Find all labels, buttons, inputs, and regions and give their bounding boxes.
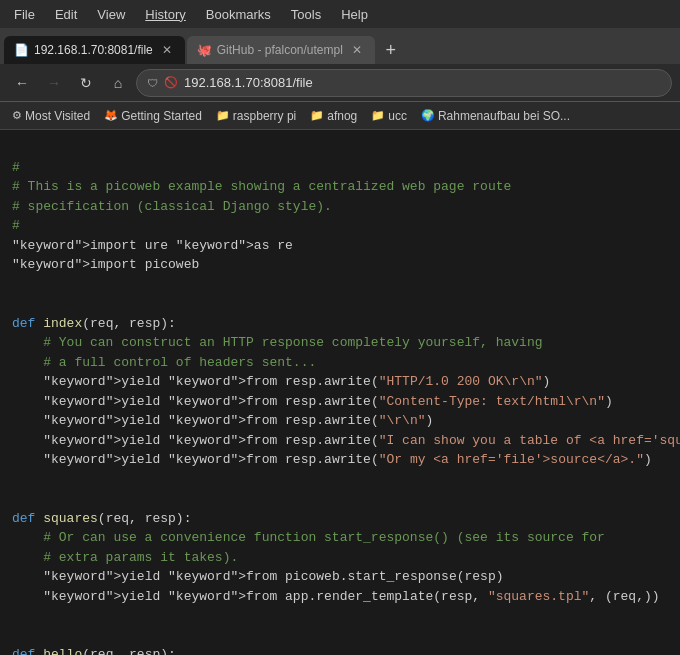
bookmark-raspberry-pi[interactable]: 📁 raspberry pi xyxy=(210,107,302,125)
bookmark-raspberry-pi-label: raspberry pi xyxy=(233,109,296,123)
code-line: "keyword">yield "keyword">from resp.awri… xyxy=(12,450,668,470)
folder-icon-2: 📁 xyxy=(310,109,324,122)
address-bar[interactable]: 🛡 🚫 192.168.1.70:8081/file xyxy=(136,69,672,97)
tab-file[interactable]: 📄 192.168.1.70:8081/file ✕ xyxy=(4,36,185,64)
code-line: def hello(req, resp): xyxy=(12,645,668,655)
code-line xyxy=(12,489,668,509)
new-tab-button[interactable]: + xyxy=(377,36,405,64)
code-line: # You can construct an HTTP response com… xyxy=(12,333,668,353)
code-line: # specification (classical Django style)… xyxy=(12,197,668,217)
back-button[interactable]: ← xyxy=(8,69,36,97)
bookmark-getting-started-label: Getting Started xyxy=(121,109,202,123)
bookmark-ucc-label: ucc xyxy=(388,109,407,123)
tab-github[interactable]: 🐙 GitHub - pfalcon/utempl ✕ xyxy=(187,36,375,64)
bookmarks-bar: ⚙ Most Visited 🦊 Getting Started 📁 raspb… xyxy=(0,102,680,130)
shield-icon: 🛡 xyxy=(147,77,158,89)
tab-bar: 📄 192.168.1.70:8081/file ✕ 🐙 GitHub - pf… xyxy=(0,28,680,64)
menu-history[interactable]: History xyxy=(137,5,193,24)
code-line: "keyword">yield "keyword">from resp.awri… xyxy=(12,411,668,431)
bookmark-most-visited[interactable]: ⚙ Most Visited xyxy=(6,107,96,125)
code-line: "keyword">yield "keyword">from resp.awri… xyxy=(12,372,668,392)
menu-help[interactable]: Help xyxy=(333,5,376,24)
code-line xyxy=(12,626,668,646)
block-icon: 🚫 xyxy=(164,76,178,89)
code-line: "keyword">yield "keyword">from app.rende… xyxy=(12,587,668,607)
world-icon: 🌍 xyxy=(421,109,435,122)
code-line: # This is a picoweb example showing a ce… xyxy=(12,177,668,197)
tab-close-github[interactable]: ✕ xyxy=(349,42,365,58)
bookmark-afnog[interactable]: 📁 afnog xyxy=(304,107,363,125)
gear-icon: ⚙ xyxy=(12,109,22,122)
menu-file[interactable]: File xyxy=(6,5,43,24)
menu-bar: File Edit View History Bookmarks Tools H… xyxy=(0,0,680,28)
tab-favicon-github: 🐙 xyxy=(197,43,211,57)
code-line: # xyxy=(12,158,668,178)
code-line xyxy=(12,606,668,626)
nav-bar: ← → ↻ ⌂ 🛡 🚫 192.168.1.70:8081/file xyxy=(0,64,680,102)
tab-label-file: 192.168.1.70:8081/file xyxy=(34,43,153,57)
code-line: # a full control of headers sent... xyxy=(12,353,668,373)
menu-view[interactable]: View xyxy=(89,5,133,24)
reload-button[interactable]: ↻ xyxy=(72,69,100,97)
code-line: def squares(req, resp): xyxy=(12,509,668,529)
code-line xyxy=(12,470,668,490)
bookmark-rahmenaufbau[interactable]: 🌍 Rahmenaufbau bei SO... xyxy=(415,107,576,125)
code-content: ## This is a picoweb example showing a c… xyxy=(0,130,680,655)
tab-label-github: GitHub - pfalcon/utempl xyxy=(217,43,343,57)
bookmark-getting-started[interactable]: 🦊 Getting Started xyxy=(98,107,208,125)
folder-icon-3: 📁 xyxy=(371,109,385,122)
code-line xyxy=(12,294,668,314)
code-line: def index(req, resp): xyxy=(12,314,668,334)
code-line: # xyxy=(12,216,668,236)
menu-edit[interactable]: Edit xyxy=(47,5,85,24)
bookmark-most-visited-label: Most Visited xyxy=(25,109,90,123)
code-line: # extra params it takes). xyxy=(12,548,668,568)
bookmark-afnog-label: afnog xyxy=(327,109,357,123)
code-line: "keyword">yield "keyword">from resp.awri… xyxy=(12,392,668,412)
menu-tools[interactable]: Tools xyxy=(283,5,329,24)
tab-favicon-file: 📄 xyxy=(14,43,28,57)
bookmark-ucc[interactable]: 📁 ucc xyxy=(365,107,413,125)
code-line: "keyword">yield "keyword">from resp.awri… xyxy=(12,431,668,451)
bookmark-rahmenaufbau-label: Rahmenaufbau bei SO... xyxy=(438,109,570,123)
folder-icon-1: 📁 xyxy=(216,109,230,122)
code-line xyxy=(12,275,668,295)
code-line: "keyword">yield "keyword">from picoweb.s… xyxy=(12,567,668,587)
tab-close-file[interactable]: ✕ xyxy=(159,42,175,58)
menu-bookmarks[interactable]: Bookmarks xyxy=(198,5,279,24)
home-button[interactable]: ⌂ xyxy=(104,69,132,97)
code-line: "keyword">import ure "keyword">as re xyxy=(12,236,668,256)
forward-button[interactable]: → xyxy=(40,69,68,97)
firefox-icon: 🦊 xyxy=(104,109,118,122)
code-line: "keyword">import picoweb xyxy=(12,255,668,275)
address-text: 192.168.1.70:8081/file xyxy=(184,75,313,90)
code-line: # Or can use a convenience function star… xyxy=(12,528,668,548)
